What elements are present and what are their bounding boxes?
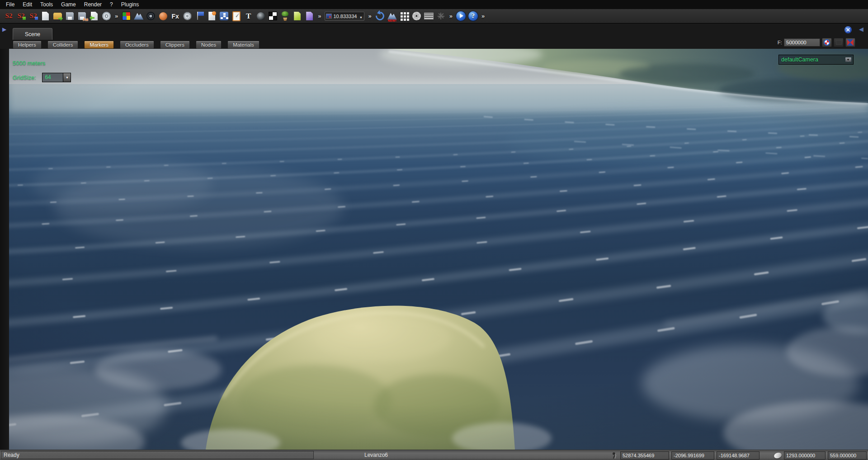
tab-label: Scene [25,31,40,38]
fov-value: 10.833334 [332,14,358,19]
fov-dropdown[interactable]: 10.833334 [325,12,364,21]
s2-project-green-icon[interactable]: S2 [15,10,27,22]
left-rail [0,49,9,450]
camera-name-field[interactable]: defaultCamera [778,55,854,65]
cursor-value-1: 1293.000000 [784,451,826,460]
save-as-icon[interactable]: As [76,10,88,22]
tab-scene[interactable]: Scene [13,28,52,40]
camera-lock-button[interactable] [822,38,832,47]
category-button-markers[interactable]: Markers [84,41,114,49]
menu-plugins[interactable]: Plugins [117,0,143,9]
toolbar-overflow-chevron[interactable]: » [113,13,120,19]
snowflake-icon[interactable] [435,10,447,22]
gridsize-value: 64 [42,73,63,82]
speaker-icon[interactable] [255,10,267,22]
mountain-icon[interactable] [132,10,145,22]
gridsize-control: GridSize: 64 [13,73,71,82]
toolbar-overflow-chevron[interactable]: » [447,13,455,19]
effects-icon[interactable]: Fx [169,10,181,22]
s2-project-red-icon[interactable]: S2 [3,10,15,22]
clipboard-icon[interactable] [230,10,242,22]
planet-icon[interactable] [157,10,169,22]
main-toolbar: S2S2S2As»FxT»10.833334»NEW!»?» [0,9,868,23]
camera-position-z: -169148.9687 [717,451,760,460]
camera-icon [845,57,851,62]
far-clip-label: F: [778,40,782,45]
camera-name: defaultCamera [779,56,845,63]
cursor-value-2: 559.000000 [828,451,867,460]
gear-icon[interactable] [410,10,423,22]
scale-label: 5000 meters [13,60,45,66]
play-icon[interactable] [455,10,467,22]
menu-bar: FileEditToolsGameRender?Plugins [0,0,868,9]
menu-edit[interactable]: Edit [19,0,36,9]
map-name: Levanzo6 [364,452,388,458]
flag-icon[interactable] [193,10,206,22]
network-status-icon[interactable] [844,26,852,33]
camera-view-button[interactable] [834,38,844,47]
application-window: FileEditToolsGameRender?Plugins S2S2S2As… [0,0,868,460]
save-icon[interactable] [64,10,76,22]
category-buttons: HelpersCollidersMarkersOccludersClippers… [13,41,259,49]
category-button-occluders[interactable]: Occluders [120,41,154,49]
status-message: Ready [1,451,314,459]
viewport[interactable]: 5000 meters GridSize: 64 defaultCamera [9,49,868,450]
help-circle-icon[interactable]: ? [467,10,479,22]
text-tool-icon[interactable]: T [242,10,255,22]
menu-render[interactable]: Render [80,0,106,9]
category-button-nodes[interactable]: Nodes [196,41,222,49]
status-right: 52874.355469 -2096.991699 -169148.9687 1… [611,451,867,460]
grid-icon[interactable] [398,10,410,22]
s2-project-blue-icon[interactable]: S2 [27,10,39,22]
disc-icon[interactable] [100,10,113,22]
tire-icon[interactable] [145,10,157,22]
note-document-icon[interactable] [206,10,218,22]
scene-header: Scene HelpersCollidersMarkersOccludersCl… [0,23,868,49]
status-bar: Ready Levanzo6 52874.355469 -2096.991699… [0,450,868,460]
category-button-materials[interactable]: Materials [227,41,259,49]
menu-file[interactable]: File [2,0,19,9]
far-clip-group: F: [778,38,855,47]
chevron-down-icon[interactable] [63,73,71,82]
plant-icon[interactable] [279,10,291,22]
new-document-icon[interactable] [39,10,52,22]
document-purple-icon[interactable] [303,10,316,22]
collapse-panel-icon[interactable] [859,26,863,33]
hierarchy-icon[interactable] [218,10,230,22]
keyboard-icon[interactable] [423,10,435,22]
maximize-viewport-button[interactable] [845,38,855,47]
toolbar-overflow-chevron[interactable]: » [316,13,323,19]
film-reel-icon[interactable] [181,10,193,22]
document-green-icon[interactable] [291,10,303,22]
mouse-icon [774,451,783,459]
camera-position-icon [611,452,618,459]
toolbar-overflow-chevron[interactable]: » [366,13,373,19]
import-icon[interactable] [88,10,100,22]
checker-icon[interactable] [267,10,279,22]
menu-help[interactable]: ? [106,0,117,9]
mountain-new-icon[interactable]: NEW! [386,10,398,22]
camera-icon [836,40,842,45]
category-button-colliders[interactable]: Colliders [47,41,79,49]
life-ring-icon [824,39,830,46]
expand-panel-icon[interactable] [2,26,6,33]
gridsize-dropdown[interactable]: 64 [42,73,71,82]
rubiks-cube-icon[interactable] [120,10,132,22]
ocean-scene-render [9,49,868,450]
menu-tools[interactable]: Tools [36,0,57,9]
undo-icon[interactable] [374,10,386,22]
open-folder-icon[interactable] [52,10,64,22]
vignette [9,49,868,450]
toolbar-overflow-chevron[interactable]: » [479,13,487,19]
gridsize-label: GridSize: [13,75,36,81]
camera-position-x: 52874.355469 [620,451,669,460]
maximize-icon [847,39,854,46]
menu-game[interactable]: Game [57,0,80,9]
category-button-clippers[interactable]: Clippers [160,41,190,49]
chevron-down-icon[interactable] [358,12,364,20]
fov-icon [326,14,332,19]
far-clip-input[interactable] [784,38,820,47]
category-button-helpers[interactable]: Helpers [13,41,42,49]
camera-position-y: -2096.991699 [671,451,714,460]
